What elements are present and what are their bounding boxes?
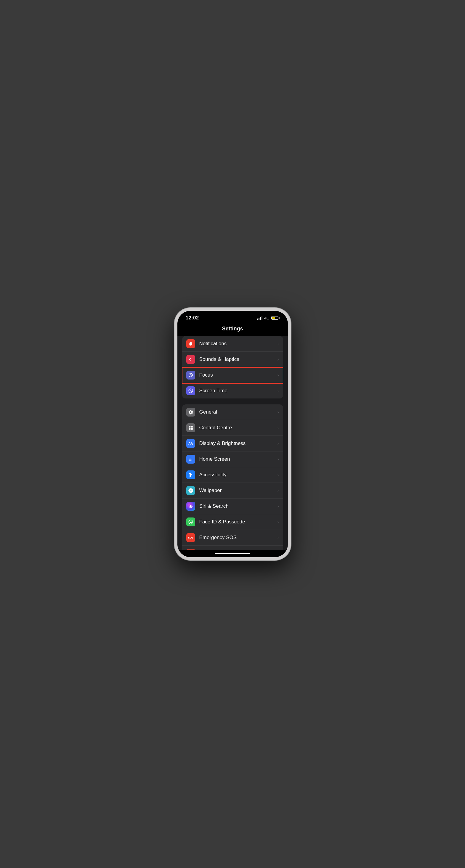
face-id-chevron: › — [278, 520, 279, 524]
settings-row-focus[interactable]: Focus › — [182, 367, 283, 383]
svg-point-11 — [190, 460, 191, 461]
notch — [210, 311, 255, 320]
volume-down-button[interactable] — [174, 364, 175, 375]
wallpaper-chevron: › — [278, 488, 279, 493]
settings-row-general[interactable]: General › — [182, 404, 283, 420]
focus-icon — [186, 371, 195, 379]
phone-frame: 12:02 4G Settings — [174, 308, 291, 560]
control-centre-chevron: › — [278, 426, 279, 430]
focus-label: Focus — [199, 372, 276, 378]
svg-point-9 — [191, 459, 192, 460]
notifications-icon — [186, 339, 195, 348]
settings-row-siri[interactable]: Siri & Search › — [182, 499, 283, 514]
home-indicator-area — [177, 550, 288, 557]
svg-point-5 — [190, 458, 191, 458]
settings-row-notifications[interactable]: Notifications › — [182, 336, 283, 352]
settings-row-sounds[interactable]: Sounds & Haptics › — [182, 352, 283, 367]
screen-time-icon — [186, 386, 195, 395]
home-screen-label: Home Screen — [199, 456, 276, 462]
settings-scroll-content[interactable]: Notifications › Sounds & Haptics › — [177, 336, 288, 550]
signal-icon — [257, 316, 262, 320]
settings-row-screen-time[interactable]: Screen Time › — [182, 383, 283, 399]
emergency-sos-icon: SOS — [186, 533, 195, 542]
svg-point-8 — [190, 459, 191, 460]
settings-row-emergency-sos[interactable]: SOS Emergency SOS › — [182, 530, 283, 546]
settings-row-face-id[interactable]: Face ID & Passcode › — [182, 514, 283, 530]
svg-rect-0 — [189, 426, 191, 428]
svg-point-7 — [189, 459, 190, 460]
status-time: 12:02 — [186, 315, 199, 321]
svg-point-12 — [191, 460, 192, 461]
wallpaper-icon — [186, 486, 195, 495]
general-icon — [186, 408, 195, 416]
svg-point-14 — [190, 505, 191, 507]
settings-row-home-screen[interactable]: Home Screen › — [182, 452, 283, 467]
network-label: 4G — [264, 316, 269, 320]
settings-row-accessibility[interactable]: Accessibility › — [182, 467, 283, 483]
battery-status-icon — [271, 316, 280, 320]
siri-icon — [186, 502, 195, 511]
sounds-label: Sounds & Haptics — [199, 356, 276, 362]
sounds-icon — [186, 355, 195, 364]
home-screen-chevron: › — [278, 457, 279, 462]
display-label: Display & Brightness — [199, 440, 276, 446]
general-chevron: › — [278, 410, 279, 414]
notifications-chevron: › — [278, 341, 279, 346]
home-screen-icon — [186, 455, 195, 464]
phone-screen: 12:02 4G Settings — [177, 311, 288, 557]
svg-point-4 — [189, 458, 190, 458]
emergency-sos-chevron: › — [278, 535, 279, 540]
exposure-icon — [186, 549, 195, 550]
settings-row-display[interactable]: AA Display & Brightness › — [182, 436, 283, 452]
sounds-chevron: › — [278, 357, 279, 362]
settings-row-exposure[interactable]: Exposure Notifications › — [182, 546, 283, 550]
siri-chevron: › — [278, 504, 279, 508]
svg-rect-3 — [191, 428, 193, 430]
face-id-icon — [186, 518, 195, 526]
nav-title-bar: Settings — [177, 323, 288, 336]
control-centre-label: Control Centre — [199, 425, 276, 431]
face-id-label: Face ID & Passcode — [199, 519, 276, 525]
settings-row-wallpaper[interactable]: Wallpaper › — [182, 483, 283, 499]
accessibility-chevron: › — [278, 472, 279, 477]
volume-up-button[interactable] — [174, 349, 175, 360]
accessibility-icon — [186, 470, 195, 479]
control-centre-icon — [186, 423, 195, 432]
settings-group-1: Notifications › Sounds & Haptics › — [182, 336, 283, 399]
emergency-sos-label: Emergency SOS — [199, 535, 276, 540]
mute-button[interactable] — [174, 338, 175, 346]
settings-row-control-centre[interactable]: Control Centre › — [182, 420, 283, 436]
power-button[interactable] — [291, 354, 291, 373]
screen-time-label: Screen Time — [199, 388, 276, 394]
notifications-label: Notifications — [199, 341, 276, 347]
home-bar[interactable] — [215, 553, 250, 554]
display-icon: AA — [186, 439, 195, 448]
svg-point-6 — [191, 458, 192, 458]
svg-rect-1 — [191, 426, 193, 428]
general-label: General — [199, 409, 276, 415]
svg-point-10 — [189, 460, 190, 461]
focus-chevron: › — [278, 373, 279, 377]
siri-label: Siri & Search — [199, 503, 276, 509]
svg-rect-2 — [189, 428, 191, 430]
status-icons: 4G — [257, 316, 279, 320]
screen-time-chevron: › — [278, 389, 279, 393]
display-chevron: › — [278, 441, 279, 446]
settings-group-2: General › Control Centre › — [182, 404, 283, 550]
accessibility-label: Accessibility — [199, 472, 276, 478]
wallpaper-label: Wallpaper — [199, 488, 276, 494]
page-title: Settings — [222, 326, 243, 332]
